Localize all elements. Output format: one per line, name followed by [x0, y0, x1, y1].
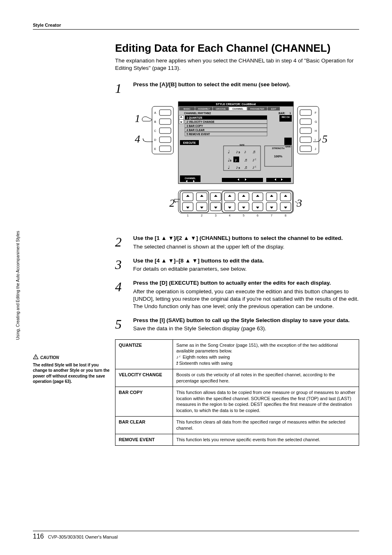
main-content: Editing Data for Each Channel (CHANNEL) …	[115, 42, 359, 446]
warning-icon: !	[33, 354, 39, 362]
step-body: After the operation is completed, you ca…	[133, 288, 359, 311]
svg-text:GROOVE: GROOVE	[216, 108, 226, 110]
svg-text:♪ᶜ: ♪ᶜ	[252, 165, 256, 170]
svg-text:CHANNEL: CHANNEL	[233, 108, 244, 110]
svg-text:D: D	[154, 138, 156, 141]
caution-title: ! CAUTION	[33, 354, 111, 362]
panel-button-f: F	[300, 110, 316, 115]
svg-text:F: F	[315, 111, 316, 114]
step-body: For details on editable parameters, see …	[133, 265, 359, 273]
svg-text:!: !	[35, 356, 37, 359]
svg-text:PARAMETER: PARAMETER	[250, 108, 264, 110]
svg-rect-68	[222, 178, 263, 182]
svg-rect-18	[300, 137, 311, 143]
svg-text:G: G	[315, 120, 317, 123]
param-desc: This function allows data to be copied f…	[173, 387, 359, 416]
svg-text:♩₃: ♩₃	[228, 157, 231, 162]
step-body: Save the data in the Style Selection dis…	[133, 325, 359, 332]
caution-box: ! CAUTION The edited Style will be lost …	[33, 354, 111, 385]
svg-rect-1	[159, 110, 171, 115]
panel-button-j: J	[300, 146, 316, 152]
svg-text:♩: ♩	[228, 149, 230, 154]
panel-button-h: H	[300, 128, 317, 134]
page-header: Style Creator	[33, 23, 359, 30]
param-desc: This function lets you remove specific e…	[173, 434, 359, 445]
section-tab-label: Using, Creating and Editing the Auto Acc…	[16, 231, 20, 340]
panel-button-c: C	[154, 128, 171, 134]
svg-text:5 REMOVE EVENT: 5 REMOVE EVENT	[187, 133, 210, 136]
panel-button-e: E	[154, 146, 171, 152]
step-4: 4 Press the [D] (EXECUTE) button to actu…	[115, 279, 359, 310]
step-3: 3 Use the [4 ▲ ▼]–[8 ▲ ▼] buttons to edi…	[115, 257, 359, 273]
panel-button-b: B	[154, 119, 171, 124]
svg-text:4: 4	[229, 214, 231, 217]
sixteenth-swing-icon: 𝅘𝅥𝅯ᶜ	[176, 361, 178, 366]
table-row: BAR CLEAR This function clears all data …	[115, 417, 359, 434]
callout-2: 2	[169, 197, 175, 209]
svg-text:2: 2	[201, 214, 203, 217]
step-title: Press the [D] (EXECUTE) button to actual…	[133, 279, 359, 287]
svg-text:BASIC: BASIC	[184, 108, 191, 110]
svg-text:♪: ♪	[244, 149, 247, 154]
svg-rect-16	[300, 128, 311, 134]
panel-button-g: G	[300, 119, 317, 124]
step-2: 2 Use the [1 ▲ ▼]/[2 ▲ ▼] (CHANNEL) butt…	[115, 235, 359, 250]
svg-text:C: C	[154, 129, 156, 132]
step-5: 5 Press the [I] (SAVE) button to call up…	[115, 317, 359, 332]
svg-text:♪₃: ♪₃	[236, 165, 240, 170]
screen-strength-value: 100%	[274, 154, 282, 158]
svg-rect-9	[159, 146, 171, 152]
svg-text:3: 3	[215, 214, 217, 217]
svg-text:B: B	[154, 120, 156, 123]
step-number: 2	[115, 235, 133, 250]
step-title: Press the [I] (SAVE) button to call up t…	[133, 317, 359, 324]
number-button-panel	[178, 190, 293, 213]
page-number: 116	[33, 533, 44, 540]
screen-channel-footer: CHANNEL	[185, 177, 196, 180]
table-row: QUANTIZE Same as in the Song Creator (pa…	[115, 339, 359, 369]
step-title: Use the [4 ▲ ▼]–[8 ▲ ▼] buttons to edit …	[133, 257, 359, 265]
param-desc: Same as in the Song Creator (page 151), …	[173, 339, 359, 369]
screen-execute-button: EXECUTE	[183, 141, 196, 144]
svg-rect-7	[159, 137, 171, 143]
svg-text:6: 6	[257, 214, 258, 217]
svg-rect-5	[159, 128, 171, 134]
svg-text:ASSEMBLY: ASSEMBLY	[198, 108, 210, 110]
svg-text:♬: ♬	[244, 165, 247, 170]
callout-1: 1	[135, 113, 140, 124]
panel-diagram: A B C D E F G H I J	[131, 101, 328, 225]
sidebar: Using, Creating and Editing the Auto Acc…	[33, 42, 115, 446]
callout-3: 3	[296, 197, 302, 209]
svg-text:3 BAR COPY: 3 BAR COPY	[187, 124, 203, 127]
step-number: 1	[115, 81, 133, 95]
page-footer: 116 CVP-305/303/301 Owner's Manual	[33, 531, 359, 540]
svg-text:♬: ♬	[252, 149, 256, 154]
param-name: VELOCITY CHANGE	[115, 369, 173, 387]
param-name: REMOVE EVENT	[115, 434, 173, 445]
svg-text:5: 5	[243, 214, 244, 217]
svg-text:♬: ♬	[244, 157, 247, 162]
param-name: QUANTIZE	[115, 339, 173, 369]
svg-text:REC CH: REC CH	[281, 116, 290, 118]
svg-text:1 QUANTIZE: 1 QUANTIZE	[187, 116, 203, 120]
svg-text:♩: ♩	[228, 165, 230, 170]
svg-text:J: J	[315, 147, 316, 150]
screen-bar-label: BAR:	[279, 112, 285, 115]
svg-text:1: 1	[187, 214, 189, 217]
param-name: BAR CLEAR	[115, 417, 173, 434]
svg-text:8: 8	[285, 214, 286, 217]
param-name: BAR COPY	[115, 387, 173, 416]
svg-text:♪₃: ♪₃	[236, 149, 240, 154]
param-desc: Boosts or cuts the velocity of all notes…	[173, 369, 359, 387]
step-number: 4	[115, 279, 133, 310]
callout-4: 4	[135, 133, 140, 145]
screen-bar-value: 1	[289, 112, 291, 115]
panel-button-a: A	[154, 110, 171, 115]
parameter-table: QUANTIZE Same as in the Song Creator (pa…	[115, 339, 359, 446]
step-number: 3	[115, 257, 133, 273]
svg-rect-20	[300, 146, 311, 152]
svg-text:H: H	[315, 129, 317, 132]
param-desc: This function clears all data from the s…	[173, 417, 359, 434]
svg-text:4 BAR CLEAR: 4 BAR CLEAR	[187, 129, 205, 131]
screen-strength-label: STRENGTH	[272, 147, 284, 150]
